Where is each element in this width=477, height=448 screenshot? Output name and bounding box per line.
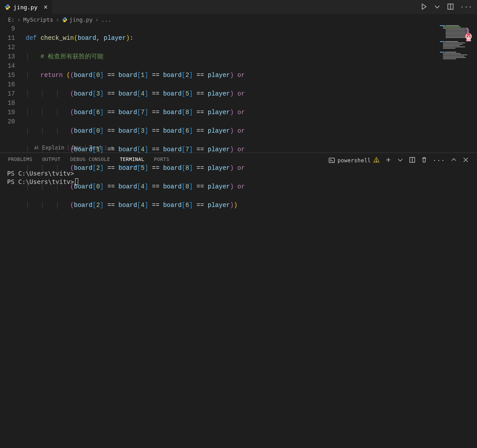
- split-editor-icon[interactable]: [447, 3, 454, 11]
- chevron-right-icon: ›: [95, 16, 99, 23]
- kill-terminal-icon[interactable]: [421, 157, 427, 165]
- more-actions-icon[interactable]: ···: [460, 4, 473, 11]
- editor-tab[interactable]: jing.py ×: [0, 0, 53, 14]
- breadcrumb-drive[interactable]: E:: [8, 16, 15, 23]
- tab-filename: jing.py: [13, 4, 38, 11]
- breadcrumb[interactable]: E: › MyScripts › jing.py › ...: [0, 15, 477, 24]
- breadcrumb-more[interactable]: ...: [101, 16, 111, 23]
- run-dropdown-icon[interactable]: [434, 3, 441, 11]
- python-file-icon: [62, 17, 68, 23]
- maximize-panel-icon[interactable]: [450, 157, 457, 165]
- panel-more-icon[interactable]: ···: [433, 157, 445, 164]
- terminal-shell-label[interactable]: powershell: [328, 157, 379, 165]
- chevron-right-icon: ›: [56, 16, 59, 23]
- run-icon[interactable]: [420, 3, 427, 11]
- split-terminal-icon[interactable]: [409, 157, 416, 165]
- svg-point-6: [376, 161, 377, 162]
- code-content[interactable]: def check_win(board, player): │ # 检查所有获胜…: [26, 24, 245, 238]
- tab-actions: ···: [420, 0, 477, 14]
- tab-bar: jing.py × ···: [0, 0, 477, 15]
- breadcrumb-file[interactable]: jing.py: [69, 16, 93, 23]
- python-file-icon: [4, 4, 11, 10]
- code-editor[interactable]: 911121314151617181920 def check_win(boar…: [0, 24, 477, 143]
- new-terminal-icon[interactable]: [385, 157, 392, 165]
- close-tab-icon[interactable]: ×: [44, 4, 48, 11]
- warning-icon: [373, 157, 380, 165]
- close-panel-icon[interactable]: [462, 157, 469, 165]
- terminal-dropdown-icon[interactable]: [397, 157, 404, 165]
- breadcrumb-folder[interactable]: MyScripts: [23, 16, 53, 23]
- line-number-gutter: 911121314151617181920: [0, 24, 23, 126]
- chevron-right-icon: ›: [17, 16, 21, 23]
